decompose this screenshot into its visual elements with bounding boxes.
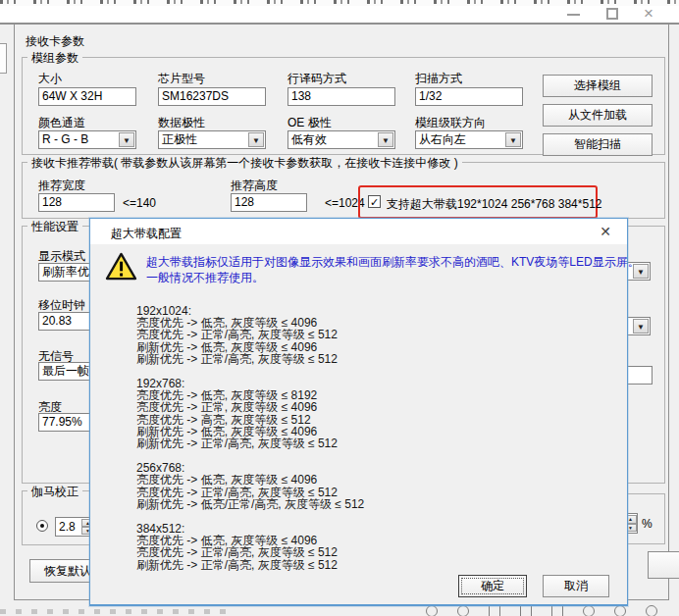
ok-button[interactable]: 确定 [458,575,527,597]
chevron-down-icon[interactable]: ▼ [248,132,264,147]
color-channel-select[interactable]: R - G - B ▼ [38,130,136,149]
row-decode-input[interactable]: 138 [287,87,395,106]
toolbar-fragment-icon [551,605,563,616]
mode-line: 亮度优先 -> 正常/高亮, 灰度等级 ≤ 512 [136,546,364,558]
recommend-height-label: 推荐高度 [231,178,278,194]
gamma-value: 2.8 [59,519,76,535]
recommend-width-label: 推荐宽度 [38,178,85,194]
support-超大带载-checkbox-label: 支持超大带载192*1024 256*768 384*512 [387,196,601,213]
dialog-titlebar: 超大带载配置 ✕ [90,219,627,244]
oe-polarity-select[interactable]: 低有效 ▼ [287,130,395,149]
oe-polarity-label: OE 极性 [287,115,332,131]
warning-icon [105,252,137,282]
recommend-height-input[interactable]: 128 [231,193,307,212]
gamma-radio[interactable] [36,520,48,532]
clipped-menu-text-fragments [0,0,679,4]
close-button[interactable]: × [636,6,669,23]
recommend-width-input[interactable]: 128 [38,193,115,212]
background-content-fragment [0,609,235,614]
mode-section-192x768: 192x768: 亮度优先 -> 低亮, 灰度等级 ≤ 8192 亮度优先 ->… [136,378,364,449]
maximize-button[interactable] [597,6,630,23]
chip-model-input[interactable]: SM16237DS [158,87,266,106]
data-polarity-value: 正极性 [162,132,197,146]
chevron-down-icon[interactable]: ▼ [378,132,393,147]
dialog-warning-text: 超大带载指标仅适用于对图像显示效果和画面刷新率要求不高的酒吧、KTV夜场等LED… [146,254,640,285]
toolbar-fragment-icon [489,605,500,616]
module-params-group-title: 模组参数 [27,50,82,67]
mode-section-256x768: 256x768: 亮度优先 -> 低亮, 灰度等级 ≤ 4096 亮度优先 ->… [136,462,364,510]
warning-line-2: 一般情况不推荐使用。 [146,270,640,285]
right-bottom-button-fragment[interactable] [648,551,679,579]
minimize-button[interactable] [557,6,591,23]
screen: × 接收卡参数 模组参数 大小 64W X 32H 芯片型号 SM16237DS… [0,0,679,616]
data-polarity-select[interactable]: 正极性 ▼ [158,130,266,149]
scan-mode-label: 扫描方式 [415,71,462,87]
color-channel-value: R - G - B [42,132,88,146]
smart-scan-button[interactable]: 智能扫描 [543,133,653,156]
mode-line: 亮度优先 -> 低亮, 灰度等级 ≤ 4096 [136,474,364,486]
color-channel-label: 颜色通道 [38,115,85,131]
percent-label: % [642,517,653,531]
mode-section-192x1024: 192x1024: 亮度优先 -> 低亮, 灰度等级 ≤ 4096 亮度优先 -… [136,305,364,365]
mode-line: 刷新优先 -> 正常/高亮, 灰度等级 ≤ 512 [136,353,364,365]
window-titlebar: × [0,6,679,23]
cascade-direction-value: 从右向左 [419,132,466,146]
data-polarity-label: 数据极性 [158,115,205,131]
toolbar-fragment-icon [520,605,532,616]
dialog-close-button[interactable]: ✕ [594,222,617,241]
warning-line-1: 超大带载指标仅适用于对图像显示效果和画面刷新率要求不高的酒吧、KTV夜场等LED… [146,254,640,270]
super-load-config-dialog: 超大带载配置 ✕ 超大带载指标仅适用于对图像显示效果和画面刷新率要求不高的酒吧、… [89,218,628,606]
maximize-icon [606,8,618,20]
size-input[interactable]: 64W X 32H [38,87,136,106]
toolbar-fragment-icon [614,605,626,616]
size-label: 大小 [38,71,62,87]
panel-title: 接收卡参数 [26,33,84,50]
close-icon: ✕ [600,224,611,239]
mode-line: 刷新优先 -> 低亮/正常/高亮, 灰度等级 ≤ 512 [136,498,364,510]
close-icon: × [644,4,653,24]
mode-line: 亮度优先 -> 正常/高亮, 灰度等级 ≤ 512 [136,487,364,498]
load-modes-list: 192x1024: 亮度优先 -> 低亮, 灰度等级 ≤ 4096 亮度优先 -… [136,305,364,584]
cancel-button[interactable]: 取消 [543,575,609,597]
mode-line: 刷新优先 -> 正常/高亮, 灰度等级 ≤ 512 [136,437,364,449]
performance-group-title: 性能设置 [27,219,82,235]
mode-line: 亮度优先 -> 高亮, 灰度等级 ≤ 512 [136,414,364,426]
mode-line: 刷新优先 -> 低亮, 灰度等级 ≤ 4096 [136,341,364,353]
row-decode-label: 行译码方式 [287,71,346,87]
chevron-down-icon[interactable]: ▼ [119,132,134,147]
support-超大带载-checkbox[interactable]: ✓ [368,195,381,208]
select-module-button[interactable]: 选择模组 [543,75,653,97]
mode-line: 亮度优先 -> 正常/高亮, 灰度等级 ≤ 512 [136,329,364,340]
mode-line: 亮度优先 -> 正常, 灰度等级 ≤ 4096 [136,401,364,413]
mode-section-384x512: 384x512: 亮度优先 -> 低亮, 灰度等级 ≤ 4096 亮度优先 ->… [136,523,364,571]
dialog-title: 超大带载配置 [111,226,182,242]
recommend-load-group-title: 接收卡推荐带载( 带载参数从该屏幕第一个接收卡参数获取，在接收卡连接中修改 ) [27,155,462,172]
gamma-group-title: 伽马校正 [27,484,82,500]
check-icon: ✓ [370,196,379,208]
module-params-group: 模组参数 大小 64W X 32H 芯片型号 SM16237DS 行译码方式 1… [22,57,665,155]
minimize-icon [567,14,580,16]
toolbar-fragment-icon [646,605,657,616]
toolbar-fragment-icon [426,605,438,616]
load-from-file-button[interactable]: 从文件加载 [543,104,653,127]
chip-model-label: 芯片型号 [158,71,205,87]
toolbar-fragment-icon [583,605,595,616]
mode-line: 刷新优先 -> 正常/高亮, 灰度等级 ≤ 512 [136,559,364,571]
recommend-load-group: 接收卡推荐带载( 带载参数从该屏幕第一个接收卡参数获取，在接收卡连接中修改 ) … [22,162,665,219]
cascade-direction-select[interactable]: 从右向左 ▼ [415,130,523,149]
radio-dot-icon [40,524,44,528]
chevron-down-icon[interactable]: ▼ [633,319,649,334]
cascade-direction-label: 模组级联方向 [415,115,486,131]
chevron-down-icon[interactable]: ▼ [505,132,521,147]
scan-mode-input[interactable]: 1/32 [415,87,523,106]
recommend-width-limit: <=140 [123,196,156,210]
oe-polarity-value: 低有效 [291,132,327,146]
background-window-fragment [0,43,7,74]
toolbar-fragment-icon [457,605,469,616]
